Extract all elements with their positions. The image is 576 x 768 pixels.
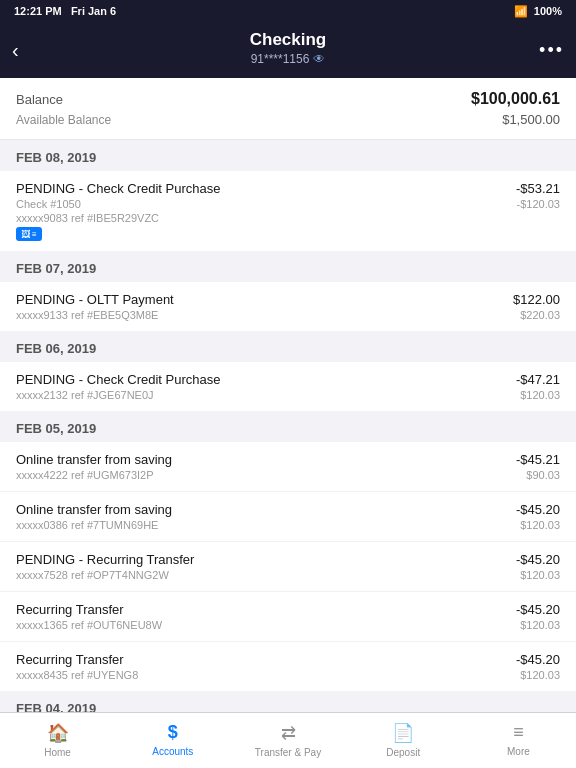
transaction-name: PENDING - Recurring Transfer	[16, 552, 516, 567]
balance-section: Balance $100,000.61 Available Balance $1…	[0, 78, 576, 140]
transaction-amounts: $122.00$220.03	[513, 292, 560, 321]
transaction-item[interactable]: Online transfer from savingxxxxx4222 ref…	[0, 442, 576, 492]
transaction-balance: $120.03	[516, 669, 560, 681]
transaction-balance: $120.03	[516, 389, 560, 401]
transaction-amount: -$45.20	[516, 502, 560, 517]
date-header: FEB 08, 2019	[0, 140, 576, 171]
date-group: FEB 05, 2019Online transfer from savingx…	[0, 411, 576, 691]
transaction-amount: -$45.20	[516, 552, 560, 567]
transaction-amount: -$45.20	[516, 652, 560, 667]
tab-accounts[interactable]: $Accounts	[115, 722, 230, 757]
tab-deposit[interactable]: 📄Deposit	[346, 722, 461, 758]
transaction-amount: $122.00	[513, 292, 560, 307]
transaction-amounts: -$53.21-$120.03	[516, 181, 560, 210]
transaction-ref: xxxxx1365 ref #OUT6NEU8W	[16, 619, 516, 631]
transaction-ref: xxxxx0386 ref #7TUMN69HE	[16, 519, 516, 531]
transaction-balance: $120.03	[516, 519, 560, 531]
status-date: Fri Jan 6	[71, 5, 116, 17]
status-bar: 12:21 PM Fri Jan 6 📶 100%	[0, 0, 576, 22]
transaction-name: PENDING - Check Credit Purchase	[16, 181, 516, 196]
tab-label-more: More	[507, 746, 530, 757]
account-number: 91****1156	[251, 52, 310, 66]
available-balance-amount: $1,500.00	[502, 112, 560, 127]
more-button[interactable]: •••	[539, 40, 564, 61]
tab-home[interactable]: 🏠Home	[0, 722, 115, 758]
tab-bar: 🏠Home$Accounts⇄Transfer & Pay📄Deposit≡Mo…	[0, 712, 576, 768]
back-button[interactable]: ‹	[12, 39, 19, 62]
date-header: FEB 05, 2019	[0, 411, 576, 442]
transaction-ref: xxxxx2132 ref #JGE67NE0J	[16, 389, 516, 401]
transaction-ref: xxxxx9133 ref #EBE5Q3M8E	[16, 309, 513, 321]
tab-label-transfer-&-pay: Transfer & Pay	[255, 747, 321, 758]
transaction-amount: -$45.21	[516, 452, 560, 467]
transactions-container: FEB 08, 2019PENDING - Check Credit Purch…	[0, 140, 576, 768]
transaction-amounts: -$47.21$120.03	[516, 372, 560, 401]
transaction-balance: $120.03	[516, 569, 560, 581]
available-balance-row: Available Balance $1,500.00	[16, 112, 560, 127]
tab-label-home: Home	[44, 747, 71, 758]
check-image-icon[interactable]: 🖼 ≡	[16, 227, 42, 241]
transaction-balance: $120.03	[516, 619, 560, 631]
transaction-item[interactable]: PENDING - OLTT Paymentxxxxx9133 ref #EBE…	[0, 282, 576, 331]
status-time-date: 12:21 PM Fri Jan 6	[14, 5, 116, 17]
balance-label: Balance	[16, 92, 63, 107]
available-balance-label: Available Balance	[16, 113, 111, 127]
tab-icon-transfer-&-pay: ⇄	[281, 722, 296, 744]
transaction-amounts: -$45.20$120.03	[516, 652, 560, 681]
transaction-item[interactable]: PENDING - Check Credit PurchaseCheck #10…	[0, 171, 576, 251]
balance-amount: $100,000.61	[471, 90, 560, 108]
tab-label-deposit: Deposit	[386, 747, 420, 758]
transaction-ref-check: Check #1050	[16, 198, 516, 210]
transaction-name: PENDING - OLTT Payment	[16, 292, 513, 307]
transaction-details: Online transfer from savingxxxxx4222 ref…	[16, 452, 516, 481]
tab-icon-deposit: 📄	[392, 722, 414, 744]
transaction-details: PENDING - Check Credit PurchaseCheck #10…	[16, 181, 516, 241]
transaction-balance: -$120.03	[516, 198, 560, 210]
date-header: FEB 06, 2019	[0, 331, 576, 362]
date-group: FEB 06, 2019PENDING - Check Credit Purch…	[0, 331, 576, 411]
transaction-name: Online transfer from saving	[16, 452, 516, 467]
tab-label-accounts: Accounts	[152, 746, 193, 757]
transaction-ref: xxxxx8435 ref #UYENG8	[16, 669, 516, 681]
transaction-amount: -$53.21	[516, 181, 560, 196]
transaction-name: Recurring Transfer	[16, 602, 516, 617]
transaction-amount: -$45.20	[516, 602, 560, 617]
balance-row: Balance $100,000.61	[16, 90, 560, 108]
transaction-amounts: -$45.21$90.03	[516, 452, 560, 481]
status-icons: 📶 100%	[514, 5, 562, 18]
transaction-balance: $90.03	[516, 469, 560, 481]
transaction-details: PENDING - Recurring Transferxxxxx7528 re…	[16, 552, 516, 581]
transaction-name: Recurring Transfer	[16, 652, 516, 667]
transaction-details: Recurring Transferxxxxx8435 ref #UYENG8	[16, 652, 516, 681]
tab-icon-home: 🏠	[47, 722, 69, 744]
transaction-item[interactable]: Online transfer from savingxxxxx0386 ref…	[0, 492, 576, 542]
transaction-item[interactable]: PENDING - Recurring Transferxxxxx7528 re…	[0, 542, 576, 592]
eye-icon[interactable]: 👁	[313, 52, 325, 66]
tab-transfer-&-pay[interactable]: ⇄Transfer & Pay	[230, 722, 345, 758]
date-group: FEB 08, 2019PENDING - Check Credit Purch…	[0, 140, 576, 251]
tab-icon-more: ≡	[513, 722, 524, 743]
tab-more[interactable]: ≡More	[461, 722, 576, 757]
page-title: Checking	[40, 30, 536, 50]
transaction-item[interactable]: PENDING - Check Credit Purchasexxxxx2132…	[0, 362, 576, 411]
transaction-ref: xxxxx9083 ref #IBE5R29VZC	[16, 212, 516, 224]
transaction-details: Online transfer from savingxxxxx0386 ref…	[16, 502, 516, 531]
transaction-amounts: -$45.20$120.03	[516, 552, 560, 581]
tab-icon-accounts: $	[168, 722, 178, 743]
status-time: 12:21 PM	[14, 5, 62, 17]
transaction-amount: -$47.21	[516, 372, 560, 387]
transaction-item[interactable]: Recurring Transferxxxxx8435 ref #UYENG8-…	[0, 642, 576, 691]
date-group: FEB 07, 2019PENDING - OLTT Paymentxxxxx9…	[0, 251, 576, 331]
transaction-amounts: -$45.20$120.03	[516, 602, 560, 631]
transaction-details: PENDING - OLTT Paymentxxxxx9133 ref #EBE…	[16, 292, 513, 321]
date-header: FEB 07, 2019	[0, 251, 576, 282]
transaction-ref: xxxxx7528 ref #OP7T4NNG2W	[16, 569, 516, 581]
transaction-amounts: -$45.20$120.03	[516, 502, 560, 531]
transaction-details: Recurring Transferxxxxx1365 ref #OUT6NEU…	[16, 602, 516, 631]
page-header: ‹ Checking 91****1156 👁 •••	[0, 22, 576, 78]
transaction-item[interactable]: Recurring Transferxxxxx1365 ref #OUT6NEU…	[0, 592, 576, 642]
transaction-name: PENDING - Check Credit Purchase	[16, 372, 516, 387]
transaction-name: Online transfer from saving	[16, 502, 516, 517]
transaction-balance: $220.03	[513, 309, 560, 321]
battery-icon: 100%	[534, 5, 562, 17]
